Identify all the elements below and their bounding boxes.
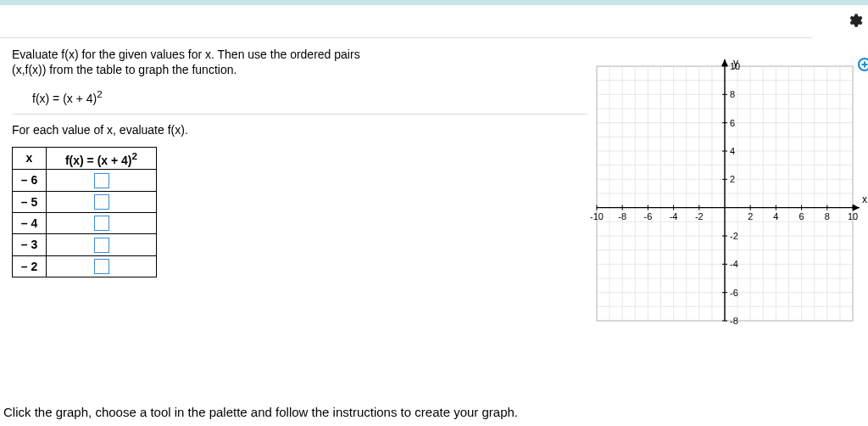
table-row: – 4 (13, 212, 157, 233)
svg-text:y: y (733, 58, 738, 69)
prompt-line-2: (x,f(x)) from the table to graph the fun… (12, 63, 588, 76)
svg-text:-10: -10 (590, 211, 604, 221)
svg-text:-2: -2 (695, 211, 704, 221)
answer-cell (47, 234, 157, 255)
answer-cell (47, 255, 157, 277)
prompt-line-1: Evaluate f(x) for the given values for x… (12, 48, 588, 61)
svg-text:8: 8 (730, 89, 735, 99)
table-header-x: x (13, 147, 47, 170)
table-row: – 3 (13, 234, 157, 255)
svg-text:2: 2 (730, 174, 735, 184)
svg-marker-48 (721, 59, 728, 66)
svg-text:-2: -2 (730, 231, 738, 241)
answer-input[interactable] (94, 194, 109, 210)
svg-text:4: 4 (773, 211, 778, 221)
svg-text:-4: -4 (730, 259, 738, 269)
svg-text:-4: -4 (670, 211, 678, 221)
answer-input[interactable] (94, 238, 109, 253)
answer-input[interactable] (94, 216, 109, 231)
svg-text:4: 4 (730, 146, 735, 156)
x-cell: – 6 (13, 170, 47, 191)
x-cell: – 3 (13, 234, 47, 255)
instruction: For each value of x, evaluate f(x). (12, 123, 588, 137)
table-header-fx: f(x) = (x + 4)2 (47, 147, 157, 170)
answer-cell (47, 212, 157, 233)
svg-text:-8: -8 (730, 316, 738, 326)
graph-canvas[interactable]: -10-8-6-4-2246810-8-6-4-2246810xy (581, 58, 868, 329)
svg-text:2: 2 (748, 211, 753, 221)
svg-text:x: x (862, 193, 867, 205)
table-row: – 6 (13, 170, 157, 191)
fx-base: f(x) = (x + 4) (65, 153, 132, 166)
svg-marker-47 (853, 205, 860, 211)
answer-input[interactable] (94, 259, 109, 274)
formula-base: f(x) = (x + 4) (32, 92, 97, 105)
svg-text:-8: -8 (618, 211, 626, 221)
svg-text:8: 8 (825, 211, 830, 221)
x-cell: – 5 (13, 191, 47, 212)
problem-area: Evaluate f(x) for the given values for x… (12, 48, 588, 277)
svg-text:-6: -6 (730, 288, 738, 298)
value-table: x f(x) = (x + 4)2 – 6 – 5 – 4 – 3 – 2 (12, 147, 157, 277)
table-row: – 2 (13, 255, 157, 277)
table-row: – 5 (13, 191, 157, 212)
answer-input[interactable] (94, 173, 109, 188)
x-cell: – 4 (13, 212, 47, 233)
zoom-in-icon[interactable] (856, 56, 868, 79)
svg-text:-6: -6 (644, 211, 653, 221)
footer-instruction: Click the graph, choose a tool in the pa… (0, 405, 518, 419)
gear-icon[interactable] (846, 12, 863, 31)
answer-cell (47, 191, 157, 212)
formula-exp: 2 (97, 88, 102, 99)
coordinate-graph[interactable]: -10-8-6-4-2246810-8-6-4-2246810xy (581, 58, 868, 346)
answer-cell (47, 170, 157, 191)
svg-text:10: 10 (848, 211, 858, 221)
svg-text:6: 6 (730, 118, 735, 128)
fx-exp: 2 (132, 150, 137, 161)
svg-text:6: 6 (799, 211, 804, 221)
formula: f(x) = (x + 4)2 (32, 88, 588, 105)
x-cell: – 2 (13, 255, 47, 277)
